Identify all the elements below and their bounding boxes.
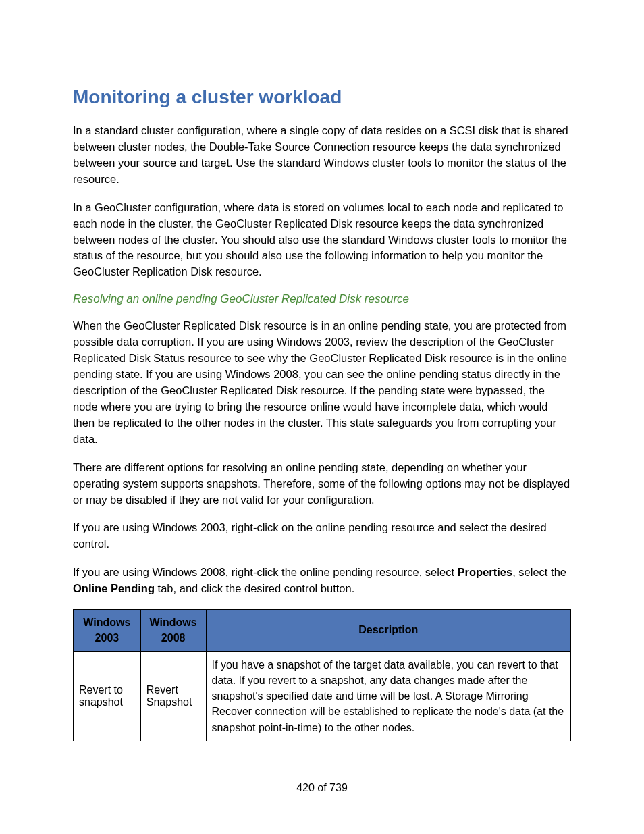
options-table: Windows 2003 Windows 2008 Description Re… bbox=[73, 609, 571, 741]
document-page: Monitoring a cluster workload In a stand… bbox=[0, 0, 644, 741]
bold-text: Properties bbox=[458, 566, 513, 578]
text-run: , select the bbox=[512, 566, 566, 578]
body-paragraph: When the GeoCluster Replicated Disk reso… bbox=[73, 318, 571, 447]
table-header-windows-2003: Windows 2003 bbox=[74, 610, 141, 652]
text-run: tab, and click the desired control butto… bbox=[155, 582, 354, 594]
bold-text: Online Pending bbox=[73, 582, 155, 594]
body-paragraph: There are different options for resolvin… bbox=[73, 460, 571, 509]
table-cell-win2008: Revert Snapshot bbox=[140, 651, 206, 741]
table-cell-description: If you have a snapshot of the target dat… bbox=[206, 651, 570, 741]
table-header-windows-2008: Windows 2008 bbox=[140, 610, 206, 652]
body-paragraph: If you are using Windows 2003, right-cli… bbox=[73, 520, 571, 552]
header-line: Windows bbox=[83, 617, 130, 628]
table-row: Revert to snapshot Revert Snapshot If yo… bbox=[74, 651, 571, 741]
table-cell-win2003: Revert to snapshot bbox=[74, 651, 141, 741]
header-line: Windows bbox=[150, 617, 197, 628]
page-number: 420 of 739 bbox=[0, 782, 644, 794]
body-paragraph: If you are using Windows 2008, right-cli… bbox=[73, 565, 571, 597]
table-header-row: Windows 2003 Windows 2008 Description bbox=[74, 610, 571, 652]
page-heading: Monitoring a cluster workload bbox=[73, 86, 571, 108]
table-header-description: Description bbox=[206, 610, 570, 652]
section-subheading: Resolving an online pending GeoCluster R… bbox=[73, 292, 571, 306]
body-paragraph: In a standard cluster configuration, whe… bbox=[73, 123, 571, 188]
header-line: 2003 bbox=[95, 632, 119, 644]
body-paragraph: In a GeoCluster configuration, where dat… bbox=[73, 200, 571, 281]
header-line: 2008 bbox=[161, 632, 186, 644]
text-run: If you are using Windows 2008, right-cli… bbox=[73, 566, 458, 578]
